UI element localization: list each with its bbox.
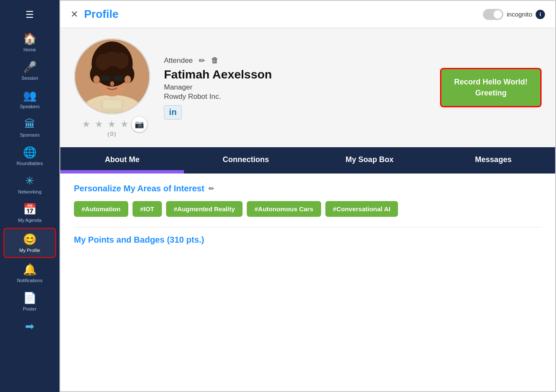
sidebar-label-speakers: Speakers bbox=[20, 104, 40, 109]
sidebar-label-session: Session bbox=[21, 76, 38, 81]
tab-my-soap-box[interactable]: My Soap Box bbox=[308, 147, 432, 172]
svg-rect-15 bbox=[110, 77, 114, 78]
speakers-icon: 👥 bbox=[23, 89, 37, 102]
delete-profile-icon[interactable]: 🗑 bbox=[211, 56, 219, 65]
content-area: Personalize My Areas of Interest ✏ #Auto… bbox=[60, 174, 555, 391]
svg-point-10 bbox=[103, 52, 121, 67]
role-label: Attendee bbox=[164, 56, 193, 65]
avatar bbox=[74, 38, 150, 115]
sidebar-label-notifications: Notifications bbox=[17, 278, 42, 283]
record-button-area: Record Hello World! Greeting bbox=[440, 68, 542, 107]
sidebar-item-networking[interactable]: ✳ Networking bbox=[0, 170, 59, 199]
close-button[interactable]: ✕ bbox=[71, 9, 78, 20]
sidebar-label-poster: Poster bbox=[23, 306, 37, 311]
sidebar-item-my-profile[interactable]: 😊 My Profile bbox=[3, 228, 56, 258]
user-title: Manager bbox=[164, 83, 426, 92]
sidebar-label-sponsors: Sponsors bbox=[20, 132, 40, 137]
info-icon[interactable]: i bbox=[536, 10, 545, 19]
sidebar-label-networking: Networking bbox=[18, 189, 41, 194]
sidebar-item-notifications[interactable]: 🔔 Notifications bbox=[0, 259, 59, 287]
interest-tags: #Automation #IOT #Augmented Reality #Aut… bbox=[74, 201, 542, 217]
svg-rect-14 bbox=[114, 76, 124, 81]
interests-edit-icon[interactable]: ✏ bbox=[209, 185, 214, 193]
avatar-container: 📷 ★ ★ ★ ★ ★ (0) bbox=[74, 38, 150, 137]
svg-point-11 bbox=[93, 76, 100, 84]
sidebar-label-agenda: My Agenda bbox=[18, 218, 41, 223]
sidebar-label-roundtables: Roundtables bbox=[17, 161, 43, 166]
interests-title: Personalize My Areas of Interest bbox=[74, 184, 204, 193]
points-title: My Points and Badges (310 pts.) bbox=[74, 227, 542, 245]
tag-iot[interactable]: #IOT bbox=[133, 201, 162, 217]
edit-profile-icon[interactable]: ✏ bbox=[199, 56, 205, 65]
incognito-area: incognito i bbox=[483, 9, 545, 20]
sidebar-label-home: Home bbox=[23, 47, 36, 52]
page-title: Profile bbox=[84, 8, 483, 21]
sidebar-item-sponsors[interactable]: 🏛 Sponsors bbox=[0, 113, 59, 142]
roundtables-icon: 🌐 bbox=[23, 146, 37, 159]
sidebar-item-speakers[interactable]: 👥 Speakers bbox=[0, 85, 59, 113]
tag-augmented-reality[interactable]: #Augmented Reality bbox=[166, 201, 243, 217]
tag-autonomous-cars[interactable]: #Autonomous Cars bbox=[247, 201, 321, 217]
networking-icon: ✳ bbox=[25, 174, 34, 188]
profile-tabs: About Me Connections My Soap Box Message… bbox=[60, 147, 555, 172]
main-content: ✕ Profile incognito i bbox=[59, 0, 556, 392]
tag-conversational-ai[interactable]: #Conversational AI bbox=[325, 201, 398, 217]
svg-rect-17 bbox=[103, 100, 121, 108]
sidebar-item-roundtables[interactable]: 🌐 Roundtables bbox=[0, 142, 59, 170]
tag-automation[interactable]: #Automation bbox=[74, 201, 128, 217]
sidebar-item-home[interactable]: 🏠 Home bbox=[0, 28, 59, 56]
sidebar-item-exit[interactable]: ➡ bbox=[0, 316, 59, 337]
tab-about-me[interactable]: About Me bbox=[60, 147, 184, 172]
profile-image bbox=[75, 39, 149, 113]
sidebar-item-poster[interactable]: 📄 Poster bbox=[0, 287, 59, 316]
notifications-icon: 🔔 bbox=[23, 263, 37, 276]
incognito-toggle[interactable] bbox=[483, 9, 503, 20]
sidebar-item-my-agenda[interactable]: 📅 My Agenda bbox=[0, 199, 59, 227]
profile-section: 📷 ★ ★ ★ ★ ★ (0) Attendee ✏ 🗑 Fatimah Aex… bbox=[60, 28, 555, 147]
session-icon: 🎤 bbox=[23, 61, 37, 74]
exit-icon: ➡ bbox=[25, 320, 34, 333]
linkedin-button[interactable]: in bbox=[164, 105, 182, 120]
menu-icon[interactable]: ☰ bbox=[0, 4, 59, 28]
sidebar-item-session[interactable]: 🎤 Session bbox=[0, 56, 59, 85]
user-name: Fatimah Aexelsson bbox=[164, 68, 426, 81]
tab-messages[interactable]: Messages bbox=[432, 147, 555, 172]
sidebar-label-profile: My Profile bbox=[20, 248, 40, 253]
header: ✕ Profile incognito i bbox=[60, 1, 555, 28]
svg-point-12 bbox=[124, 76, 131, 84]
agenda-icon: 📅 bbox=[23, 203, 37, 216]
interests-header: Personalize My Areas of Interest ✏ bbox=[74, 184, 542, 193]
svg-rect-13 bbox=[101, 76, 110, 81]
user-company: Rowdy Robot Inc. bbox=[164, 92, 426, 101]
record-greeting-button[interactable]: Record Hello World! Greeting bbox=[440, 68, 542, 107]
tab-connections[interactable]: Connections bbox=[184, 147, 308, 172]
sidebar: ☰ 🏠 Home 🎤 Session 👥 Speakers 🏛 Sponsors… bbox=[0, 0, 59, 392]
svg-point-16 bbox=[110, 81, 114, 87]
sponsors-icon: 🏛 bbox=[24, 118, 35, 131]
attendee-row: Attendee ✏ 🗑 bbox=[164, 56, 426, 65]
home-icon: 🏠 bbox=[23, 32, 37, 45]
profile-icon: 😊 bbox=[23, 233, 37, 246]
camera-button[interactable]: 📷 bbox=[132, 117, 147, 132]
camera-icon: 📷 bbox=[135, 120, 144, 129]
poster-icon: 📄 bbox=[23, 291, 37, 305]
profile-info: Attendee ✏ 🗑 Fatimah Aexelsson Manager R… bbox=[164, 56, 426, 120]
incognito-label: incognito bbox=[507, 11, 532, 18]
